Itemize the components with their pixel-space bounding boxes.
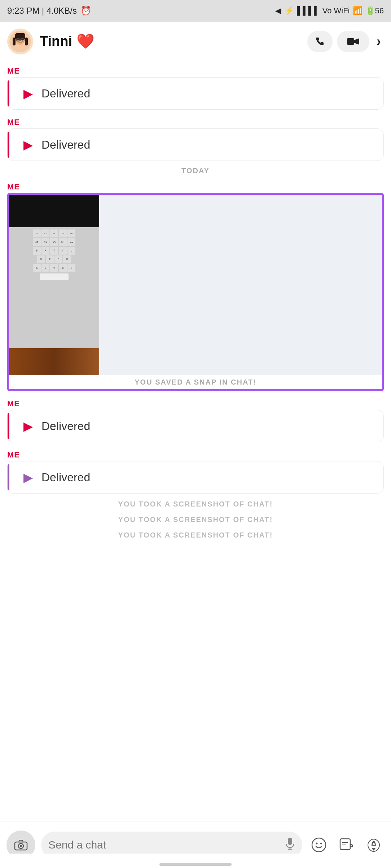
keyboard-visual: F2 F3 F4 F5 F6 3# 4$ 5% 6^ 7& bbox=[9, 195, 99, 375]
me-label-snap: ME bbox=[0, 177, 391, 193]
alarm-icon: ⏰ bbox=[80, 6, 91, 16]
svg-point-5 bbox=[17, 39, 19, 40]
left-bar-2 bbox=[8, 132, 9, 158]
svg-point-18 bbox=[316, 842, 318, 844]
svg-rect-14 bbox=[288, 838, 292, 845]
snap-saved-text: YOU SAVED A SNAP IN CHAT! bbox=[9, 375, 382, 389]
mic-icon bbox=[285, 837, 295, 850]
avatar-image bbox=[9, 30, 31, 53]
me-label-4: ME bbox=[0, 445, 391, 461]
chat-header: Tinni ❤️ › bbox=[0, 22, 391, 61]
message-row-1: ▶ Delivered bbox=[0, 77, 391, 110]
svg-point-17 bbox=[312, 838, 326, 852]
snap-inner: F2 F3 F4 F5 F6 3# 4$ 5% 6^ 7& bbox=[9, 195, 382, 375]
header-actions: › bbox=[307, 31, 384, 52]
screenshot-notice-3: YOU TOOK A SCREENSHOT OF CHAT! bbox=[0, 527, 391, 543]
phone-icon bbox=[315, 36, 325, 47]
me-label-2: ME bbox=[0, 113, 391, 128]
svg-point-13 bbox=[20, 845, 22, 847]
rocket-button[interactable] bbox=[363, 834, 385, 856]
delivered-text-3: Delivered bbox=[41, 420, 90, 433]
snap-arrow-3: ▶ bbox=[23, 419, 33, 433]
emoji-icon bbox=[311, 837, 326, 852]
chat-content: ME ▶ Delivered ME ▶ Delivered TODAY ME bbox=[0, 61, 391, 601]
delivered-text-4: Delivered bbox=[41, 471, 90, 484]
battery-icon: 🔋56 bbox=[365, 6, 384, 16]
me-label-3: ME bbox=[0, 394, 391, 410]
left-bar-4 bbox=[8, 464, 9, 490]
status-bar: 9:23 PM | 4.0KB/s ⏰ ◀ ⚡ ▌▌▌▌ Vo WiFi 📶 🔋… bbox=[0, 0, 391, 22]
home-indicator bbox=[0, 854, 391, 868]
message-row-4: ▶ Delivered bbox=[0, 461, 391, 494]
message-row-2: ▶ Delivered bbox=[0, 128, 391, 161]
svg-rect-10 bbox=[347, 38, 354, 45]
svg-point-23 bbox=[373, 843, 375, 845]
avatar[interactable] bbox=[7, 29, 33, 54]
sticker-button[interactable] bbox=[335, 834, 357, 856]
signal-icon: ◀ bbox=[275, 6, 281, 16]
snap-image: F2 F3 F4 F5 F6 3# 4$ 5% 6^ 7& bbox=[9, 195, 99, 375]
message-bubble-4: ▶ Delivered bbox=[7, 461, 384, 494]
message-bubble-2: ▶ Delivered bbox=[7, 128, 384, 161]
status-left: 9:23 PM | 4.0KB/s ⏰ bbox=[7, 6, 91, 16]
bars-icon: ▌▌▌▌ bbox=[297, 6, 319, 16]
left-bar-1 bbox=[8, 80, 9, 106]
more-button[interactable]: › bbox=[374, 34, 384, 49]
me-label-1: ME bbox=[0, 61, 391, 77]
snap-arrow-1: ▶ bbox=[23, 86, 33, 101]
svg-rect-20 bbox=[340, 839, 350, 850]
snap-right-area bbox=[99, 195, 382, 375]
heart-icon: ❤️ bbox=[76, 33, 95, 50]
video-icon bbox=[347, 37, 359, 46]
bluetooth-icon: ⚡ bbox=[284, 6, 294, 16]
call-button[interactable] bbox=[307, 31, 333, 52]
svg-rect-3 bbox=[13, 38, 16, 45]
wifi-icon: Vo WiFi bbox=[322, 6, 350, 16]
today-divider: TODAY bbox=[0, 164, 391, 177]
svg-rect-4 bbox=[25, 38, 28, 45]
delivered-text-2: Delivered bbox=[41, 138, 90, 152]
screenshot-notice-2: YOU TOOK A SCREENSHOT OF CHAT! bbox=[0, 512, 391, 527]
sticker-icon bbox=[339, 838, 353, 852]
video-call-button[interactable] bbox=[337, 31, 369, 52]
mic-button[interactable] bbox=[285, 837, 295, 852]
message-bubble-1: ▶ Delivered bbox=[7, 77, 384, 110]
wifi2-icon: 📶 bbox=[353, 6, 363, 16]
snap-message[interactable]: F2 F3 F4 F5 F6 3# 4$ 5% 6^ 7& bbox=[7, 193, 384, 391]
message-row-3: ▶ Delivered bbox=[0, 410, 391, 442]
delivered-text-1: Delivered bbox=[41, 87, 90, 100]
screenshot-notice-1: YOU TOOK A SCREENSHOT OF CHAT! bbox=[0, 496, 391, 512]
rocket-icon bbox=[366, 838, 381, 852]
snap-arrow-4: ▶ bbox=[23, 470, 33, 485]
snap-arrow-2: ▶ bbox=[23, 137, 33, 152]
svg-point-19 bbox=[320, 842, 322, 844]
chat-input[interactable] bbox=[48, 839, 281, 851]
left-bar-3 bbox=[8, 413, 9, 439]
time-display: 9:23 PM | 4.0KB/s bbox=[7, 6, 77, 16]
emoji-button[interactable] bbox=[308, 834, 330, 856]
svg-point-6 bbox=[22, 39, 23, 40]
message-bubble-3: ▶ Delivered bbox=[7, 410, 384, 442]
home-bar bbox=[159, 863, 232, 866]
status-right: ◀ ⚡ ▌▌▌▌ Vo WiFi 📶 🔋56 bbox=[275, 6, 384, 16]
contact-name: Tinni ❤️ bbox=[40, 33, 301, 50]
camera-icon bbox=[14, 839, 28, 851]
